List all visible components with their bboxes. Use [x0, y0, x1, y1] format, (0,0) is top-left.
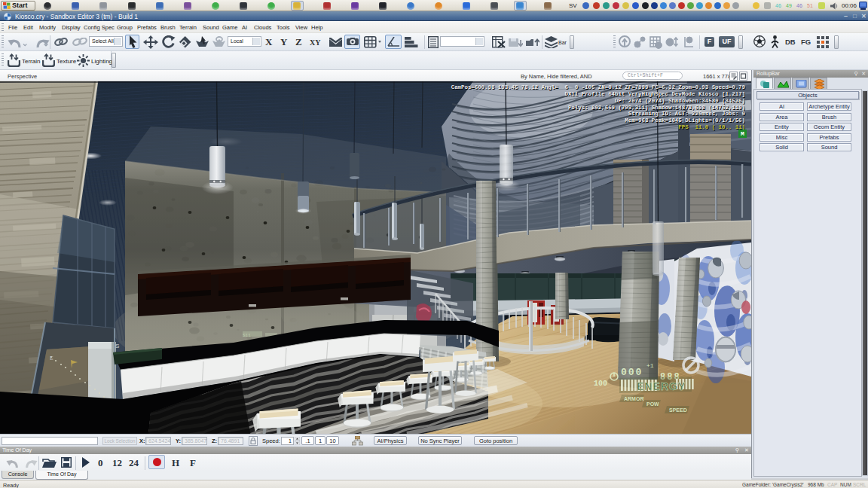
svg-text:POW: POW [646, 401, 659, 407]
svg-text:000: 000 [621, 367, 643, 378]
svg-text:100: 100 [594, 380, 607, 388]
svg-text:E: E [50, 355, 53, 361]
svg-text:ENERGY: ENERGY [637, 380, 686, 392]
svg-text:+1: +1 [646, 362, 654, 369]
svg-text:ARMOR: ARMOR [624, 396, 643, 401]
svg-text:SPEED: SPEED [669, 407, 687, 413]
svg-text:S: S [115, 343, 119, 349]
svg-text:S11: S11 [243, 333, 251, 338]
